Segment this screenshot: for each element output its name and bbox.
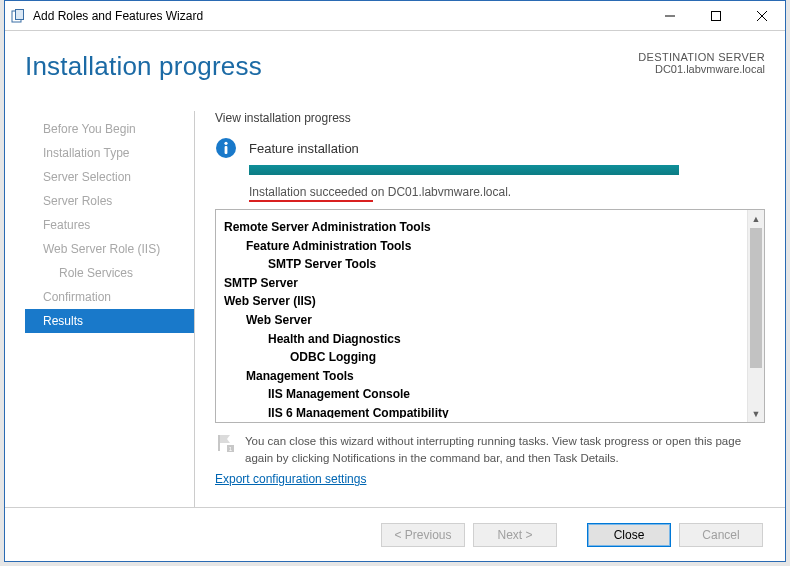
- feature-item: SMTP Server: [224, 274, 744, 293]
- wizard-window: Add Roles and Features Wizard Installati…: [4, 0, 786, 562]
- minimize-icon: [665, 11, 675, 21]
- scroll-thumb[interactable]: [750, 228, 762, 368]
- feature-item: IIS Management Console: [224, 385, 744, 404]
- previous-button[interactable]: < Previous: [381, 523, 465, 547]
- sidebar-step-installation-type[interactable]: Installation Type: [25, 141, 194, 165]
- window-buttons: [647, 1, 785, 30]
- sidebar-step-server-selection[interactable]: Server Selection: [25, 165, 194, 189]
- sidebar-step-features[interactable]: Features: [25, 213, 194, 237]
- app-icon: [11, 8, 27, 24]
- status-message-suffix: on DC01.labvmware.local.: [368, 185, 511, 199]
- highlight-underline: [249, 200, 373, 202]
- footer: < Previous Next > Close Cancel: [5, 507, 785, 561]
- flag-icon: 1: [215, 433, 235, 453]
- sidebar-step-web-server-role-iis-[interactable]: Web Server Role (IIS): [25, 237, 194, 261]
- wizard-sidebar: Before You BeginInstallation TypeServer …: [25, 111, 195, 507]
- export-config-link[interactable]: Export configuration settings: [215, 472, 366, 486]
- body: Before You BeginInstallation TypeServer …: [25, 111, 765, 507]
- progress-bar: [249, 165, 679, 175]
- status-label: Feature installation: [249, 141, 359, 156]
- maximize-icon: [711, 11, 721, 21]
- minimize-button[interactable]: [647, 1, 693, 30]
- feature-item: Web Server: [224, 311, 744, 330]
- feature-item: Health and Diagnostics: [224, 330, 744, 349]
- subheading: View installation progress: [215, 111, 765, 125]
- scrollbar[interactable]: ▲ ▼: [747, 210, 764, 422]
- destination-server: DC01.labvmware.local: [638, 63, 765, 75]
- feature-item: IIS 6 Management Compatibility: [224, 404, 744, 418]
- note-row: 1 You can close this wizard without inte…: [215, 433, 765, 466]
- feature-item: Management Tools: [224, 367, 744, 386]
- feature-list: Remote Server Administration ToolsFeatur…: [224, 218, 744, 418]
- cancel-button[interactable]: Cancel: [679, 523, 763, 547]
- sidebar-step-confirmation[interactable]: Confirmation: [25, 285, 194, 309]
- svg-marker-10: [219, 435, 230, 443]
- status-message: Installation succeeded on DC01.labvmware…: [249, 185, 765, 199]
- svg-rect-2: [16, 10, 23, 19]
- feature-item: Feature Administration Tools: [224, 237, 744, 256]
- destination-label: DESTINATION SERVER: [638, 51, 765, 63]
- titlebar: Add Roles and Features Wizard: [5, 1, 785, 31]
- close-icon: [757, 11, 767, 21]
- scroll-down-icon[interactable]: ▼: [748, 405, 764, 422]
- feature-item: Web Server (IIS): [224, 292, 744, 311]
- svg-rect-9: [225, 146, 228, 154]
- close-button[interactable]: Close: [587, 523, 671, 547]
- info-icon: [215, 137, 237, 159]
- destination-block: DESTINATION SERVER DC01.labvmware.local: [638, 51, 765, 75]
- status-row: Feature installation: [215, 137, 765, 159]
- page-heading: Installation progress: [25, 51, 262, 82]
- sidebar-step-before-you-begin[interactable]: Before You Begin: [25, 117, 194, 141]
- note-text: You can close this wizard without interr…: [245, 433, 765, 466]
- feature-item: Remote Server Administration Tools: [224, 218, 744, 237]
- sidebar-step-role-services[interactable]: Role Services: [25, 261, 194, 285]
- svg-point-8: [224, 142, 227, 145]
- svg-rect-4: [712, 11, 721, 20]
- maximize-button[interactable]: [693, 1, 739, 30]
- main-panel: View installation progress Feature insta…: [195, 111, 765, 507]
- sidebar-step-server-roles[interactable]: Server Roles: [25, 189, 194, 213]
- sidebar-step-results[interactable]: Results: [25, 309, 194, 333]
- feature-item: ODBC Logging: [224, 348, 744, 367]
- header: Installation progress DESTINATION SERVER…: [25, 51, 765, 82]
- feature-item: SMTP Server Tools: [224, 255, 744, 274]
- status-message-prefix: Installation succeeded: [249, 185, 368, 199]
- feature-list-box: Remote Server Administration ToolsFeatur…: [215, 209, 765, 423]
- close-window-button[interactable]: [739, 1, 785, 30]
- next-button[interactable]: Next >: [473, 523, 557, 547]
- window-title: Add Roles and Features Wizard: [33, 9, 647, 23]
- scroll-up-icon[interactable]: ▲: [748, 210, 764, 227]
